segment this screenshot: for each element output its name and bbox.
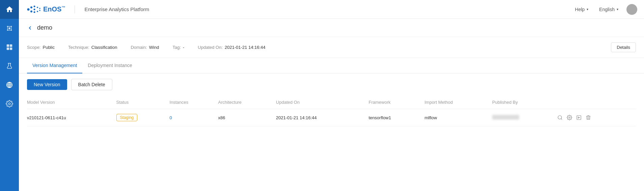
data-icon (6, 81, 13, 89)
versions-table: Model Version Status Instances Architect… (27, 96, 636, 126)
details-button[interactable]: Details (611, 42, 636, 52)
view-icon[interactable] (557, 115, 563, 120)
breadcrumb-row: demo (19, 19, 644, 37)
top-header: EnOS™ Enterprise Analytics Platform Help… (19, 0, 644, 19)
col-model-version: Model Version (27, 96, 116, 109)
col-import-method: Import Method (424, 96, 492, 109)
svg-point-23 (569, 117, 570, 118)
cell-import-method: mlflow (424, 109, 492, 126)
app-title: Enterprise Analytics Platform (84, 6, 149, 12)
meta-domain: Domain: Wind (131, 45, 159, 50)
meta-scope: Scope: Public (27, 45, 55, 50)
actions-row: New Version Batch Delete (19, 73, 644, 96)
sidebar (0, 0, 19, 191)
logo-dots (26, 5, 43, 14)
header-right: Help ▾ English ▾ (572, 4, 637, 15)
published-by-blurred (492, 115, 519, 120)
col-updated-on: Updated On (276, 96, 369, 109)
lab-icon (6, 62, 13, 70)
svg-point-10 (8, 103, 10, 105)
header-divider (75, 5, 75, 13)
cell-framework: tensorflow1 (369, 109, 425, 126)
avatar-icon (626, 4, 637, 15)
tab-deployment-instance[interactable]: Deployment Instance (82, 58, 138, 73)
svg-point-13 (30, 10, 32, 12)
svg-rect-7 (7, 47, 9, 50)
logo-text: EnOS™ (43, 5, 65, 13)
back-button[interactable] (27, 25, 33, 31)
col-published-by: Published By (492, 96, 557, 109)
table-row: v210121-0611-c41u Staging 0 x86 2021-01-… (27, 109, 636, 126)
sidebar-item-home[interactable] (0, 0, 19, 19)
tab-version-management-label: Version Management (32, 63, 77, 68)
svg-point-22 (558, 116, 562, 119)
help-chevron-icon: ▾ (587, 7, 588, 11)
meta-tag: Tag: - (172, 45, 184, 50)
cell-instances: 0 (170, 109, 218, 126)
sidebar-item-dashboard[interactable] (0, 38, 19, 57)
tab-deployment-instance-label: Deployment Instance (88, 63, 132, 68)
svg-rect-6 (10, 44, 12, 47)
page-title: demo (37, 24, 52, 31)
deploy-icon[interactable] (576, 115, 582, 120)
home-icon (5, 5, 13, 13)
svg-point-0 (8, 27, 10, 29)
scope-label: Scope: (27, 45, 40, 50)
tag-value: - (183, 45, 184, 50)
svg-point-4 (11, 30, 12, 31)
status-badge: Staging (116, 114, 138, 121)
cell-status: Staging (116, 109, 170, 126)
col-instances: Instances (170, 96, 218, 109)
svg-point-18 (37, 11, 38, 12)
settings-icon (6, 100, 13, 107)
svg-rect-8 (10, 47, 12, 50)
scope-value: Public (43, 45, 54, 50)
batch-delete-button[interactable]: Batch Delete (71, 79, 112, 90)
row-actions (557, 115, 631, 120)
metadata-row: Scope: Public Technique: Classification … (19, 37, 644, 58)
tab-version-management[interactable]: Version Management (27, 58, 82, 73)
language-button[interactable]: English ▾ (596, 5, 621, 13)
svg-point-16 (34, 11, 35, 13)
cell-model-version: v210121-0611-c41u (27, 109, 116, 126)
new-version-button[interactable]: New Version (27, 79, 67, 90)
logo: EnOS™ (26, 5, 65, 14)
back-arrow-icon (27, 25, 33, 31)
help-button[interactable]: Help ▾ (572, 5, 591, 13)
svg-point-12 (30, 6, 32, 8)
svg-point-11 (27, 8, 30, 10)
sidebar-item-settings[interactable] (0, 94, 19, 113)
user-avatar[interactable] (626, 4, 637, 15)
domain-value: Wind (149, 45, 159, 50)
updated-value: 2021-01-21 14:16:44 (225, 45, 265, 50)
sidebar-item-lab[interactable] (0, 57, 19, 75)
technique-label: Technique: (68, 45, 89, 50)
col-actions (557, 96, 636, 109)
instances-link[interactable]: 0 (170, 115, 172, 120)
page-content: demo Scope: Public Technique: Classifica… (19, 19, 644, 191)
svg-point-20 (39, 10, 40, 11)
tabs-row: Version Management Deployment Instance (19, 58, 644, 73)
tag-label: Tag: (172, 45, 181, 50)
cell-published-by (492, 109, 557, 126)
language-chevron-icon: ▾ (617, 7, 618, 11)
table-header-row: Model Version Status Instances Architect… (27, 96, 636, 109)
svg-point-19 (39, 8, 40, 9)
main-content: EnOS™ Enterprise Analytics Platform Help… (19, 0, 644, 191)
help-label: Help (575, 7, 585, 12)
svg-point-14 (34, 5, 35, 7)
delete-icon[interactable] (586, 115, 591, 120)
svg-point-17 (37, 7, 38, 8)
settings-row-icon[interactable] (567, 115, 572, 120)
col-framework: Framework (369, 96, 425, 109)
meta-updated: Updated On: 2021-01-21 14:16:44 (198, 45, 265, 50)
header-left: EnOS™ Enterprise Analytics Platform (26, 5, 149, 14)
svg-point-1 (7, 26, 8, 27)
sidebar-item-data[interactable] (0, 75, 19, 94)
meta-technique: Technique: Classification (68, 45, 117, 50)
svg-rect-5 (7, 44, 9, 47)
domain-label: Domain: (131, 45, 147, 50)
sidebar-item-analytics[interactable] (0, 19, 19, 38)
svg-rect-24 (577, 116, 581, 120)
analytics-icon (6, 25, 13, 32)
